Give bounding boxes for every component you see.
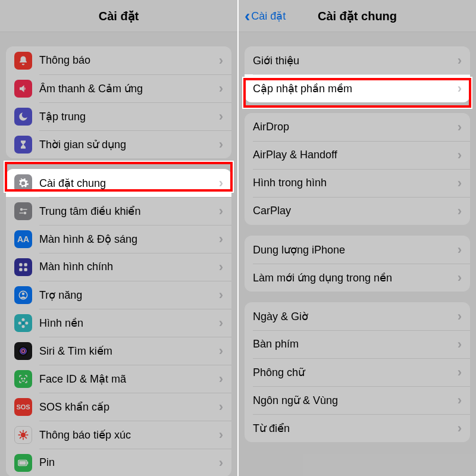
row-label: Thời gian sử dụng: [39, 138, 219, 151]
svg-line-26: [25, 437, 27, 439]
row-bgrefresh[interactable]: Làm mới ứng dụng trong nền›: [245, 264, 470, 292]
row-focus[interactable]: Tập trung›: [6, 102, 231, 130]
row-label: Face ID & Mật mã: [39, 372, 219, 386]
row-about[interactable]: Giới thiệu›: [245, 46, 470, 74]
chevron-right-icon: ›: [458, 309, 462, 324]
row-label: Phông chữ: [253, 366, 458, 379]
virus-icon: [14, 426, 32, 444]
svg-line-27: [25, 431, 27, 433]
chevron-right-icon: ›: [219, 343, 223, 359]
svg-rect-5: [24, 263, 27, 266]
settings-header: Cài đặt: [0, 0, 237, 32]
row-language[interactable]: Ngôn ngữ & Vùng›: [245, 386, 470, 414]
svg-point-10: [22, 321, 25, 324]
row-font[interactable]: Phông chữ›: [245, 358, 470, 386]
row-access[interactable]: Trợ năng›: [6, 281, 231, 309]
siri-icon: [14, 342, 32, 360]
svg-rect-3: [19, 212, 24, 214]
row-general[interactable]: Cài đặt chung›: [6, 169, 231, 197]
person-icon: [14, 286, 32, 304]
row-sos[interactable]: SOSSOS khẩn cấp›: [6, 393, 231, 421]
svg-point-19: [24, 378, 26, 379]
row-label: Hình nền: [39, 317, 219, 330]
settings-group: Thông báo›Âm thanh & Cảm ứng›Tập trung›T…: [6, 46, 231, 158]
switches-icon: [14, 202, 32, 220]
row-dict[interactable]: Từ điển›: [245, 414, 470, 442]
row-label: Siri & Tìm kiếm: [39, 345, 219, 358]
svg-rect-6: [19, 268, 22, 271]
chevron-right-icon: ›: [219, 259, 223, 275]
svg-rect-31: [27, 461, 29, 464]
row-label: Dung lượng iPhone: [253, 243, 458, 256]
speaker-icon: [14, 80, 32, 98]
row-label: Cập nhật phần mềm: [253, 82, 458, 95]
row-label: Ngày & Giờ: [253, 310, 458, 323]
chevron-right-icon: ›: [219, 109, 223, 124]
svg-point-12: [22, 325, 25, 328]
row-label: Trợ năng: [39, 289, 219, 302]
row-control[interactable]: Trung tâm điều khiển›: [6, 197, 231, 225]
faceid-icon: [14, 370, 32, 388]
chevron-right-icon: ›: [219, 455, 223, 471]
row-carplay[interactable]: CarPlay›: [245, 197, 470, 225]
general-title: Cài đặt chung: [318, 9, 397, 23]
chevron-right-icon: ›: [219, 399, 223, 415]
svg-rect-7: [24, 268, 27, 271]
row-exposure[interactable]: Thông báo tiếp xúc›: [6, 421, 231, 449]
row-home[interactable]: Màn hình chính›: [6, 253, 231, 281]
chevron-right-icon: ›: [219, 176, 223, 191]
chevron-right-icon: ›: [458, 393, 462, 408]
row-label: Trung tâm điều khiển: [39, 205, 219, 218]
row-label: Ngôn ngữ & Vùng: [253, 394, 458, 407]
row-battery[interactable]: Pin›: [6, 449, 231, 476]
row-siri[interactable]: Siri & Tìm kiếm›: [6, 337, 231, 365]
svg-point-20: [21, 432, 26, 437]
row-faceid[interactable]: Face ID & Mật mã›: [6, 365, 231, 393]
hourglass-icon: [14, 136, 32, 154]
svg-point-13: [18, 321, 21, 324]
general-group: Giới thiệu›Cập nhật phần mềm›: [245, 46, 470, 102]
general-screen: ‹ Cài đặt Cài đặt chung Giới thiệu›Cập n…: [239, 0, 476, 476]
row-label: Âm thanh & Cảm ứng: [39, 82, 219, 95]
row-label: Làm mới ứng dụng trong nền: [253, 271, 458, 284]
svg-point-11: [22, 318, 25, 321]
chevron-right-icon: ›: [458, 203, 462, 219]
row-label: Màn hình & Độ sáng: [39, 233, 219, 246]
chevron-right-icon: ›: [458, 421, 462, 436]
chevron-right-icon: ›: [458, 365, 462, 380]
row-label: Bàn phím: [253, 338, 458, 350]
row-label: Pin: [39, 456, 219, 469]
svg-point-2: [24, 211, 27, 214]
settings-screen: Cài đặt Thông báo›Âm thanh & Cảm ứng›Tập…: [0, 0, 237, 476]
moon-icon: [14, 108, 32, 126]
row-airdrop[interactable]: AirDrop›: [245, 113, 470, 141]
svg-point-14: [25, 321, 28, 324]
row-notifications[interactable]: Thông báo›: [6, 46, 231, 74]
svg-line-28: [20, 437, 21, 439]
row-wallpaper[interactable]: Hình nền›: [6, 309, 231, 337]
back-label: Cài đặt: [251, 10, 286, 23]
aa-icon: AA: [14, 230, 32, 248]
chevron-right-icon: ›: [458, 270, 462, 286]
row-keyboard[interactable]: Bàn phím›: [245, 330, 470, 358]
row-sounds[interactable]: Âm thanh & Cảm ứng›: [6, 74, 231, 102]
row-datetime[interactable]: Ngày & Giờ›: [245, 302, 470, 330]
row-pip[interactable]: Hình trong hình›: [245, 169, 470, 197]
row-label: AirPlay & Handoff: [253, 149, 458, 161]
chevron-right-icon: ›: [458, 337, 462, 352]
row-label: AirDrop: [253, 121, 458, 133]
row-storage[interactable]: Dung lượng iPhone›: [245, 236, 470, 264]
row-update[interactable]: Cập nhật phần mềm›: [245, 74, 470, 102]
chevron-right-icon: ›: [219, 427, 223, 443]
general-group: Ngày & Giờ›Bàn phím›Phông chữ›Ngôn ngữ &…: [245, 302, 470, 442]
row-label: SOS khẩn cấp: [39, 400, 219, 414]
svg-line-25: [20, 431, 21, 433]
chevron-right-icon: ›: [219, 53, 223, 68]
back-button[interactable]: ‹ Cài đặt: [245, 0, 286, 32]
row-display[interactable]: AAMàn hình & Độ sáng›: [6, 225, 231, 253]
row-label: Từ điển: [253, 422, 458, 435]
svg-point-18: [21, 378, 23, 379]
chevron-right-icon: ›: [458, 53, 462, 68]
row-screentime[interactable]: Thời gian sử dụng›: [6, 130, 231, 158]
row-airplay[interactable]: AirPlay & Handoff›: [245, 141, 470, 169]
